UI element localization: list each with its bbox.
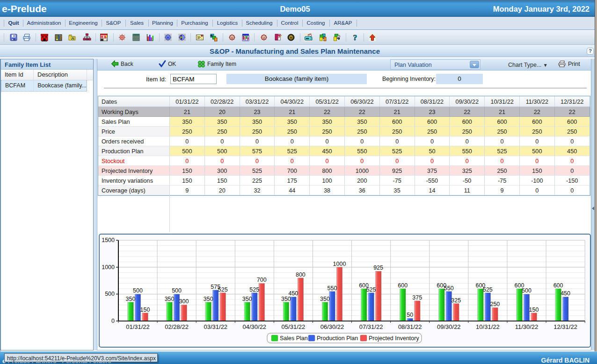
svg-text:09/30/22: 09/30/22 <box>437 323 461 330</box>
svg-text:300: 300 <box>179 298 189 305</box>
svg-text:350: 350 <box>320 296 330 302</box>
svg-text:W: W <box>290 36 293 39</box>
svg-text:375: 375 <box>412 294 422 301</box>
svg-text:550: 550 <box>328 285 337 292</box>
svg-text:500: 500 <box>172 287 182 294</box>
svg-text:250: 250 <box>490 301 500 307</box>
svg-text:500: 500 <box>133 287 143 294</box>
svg-text:Sales Plan: Sales Plan <box>280 335 308 342</box>
svg-text:U: U <box>231 36 233 40</box>
svg-text:450: 450 <box>288 290 298 297</box>
svg-text:02/28/22: 02/28/22 <box>165 323 189 330</box>
svg-text:325: 325 <box>451 297 461 304</box>
svg-text:350: 350 <box>126 296 136 302</box>
svg-text:450: 450 <box>561 290 570 297</box>
svg-text:1000: 1000 <box>102 264 115 271</box>
svg-text:06/30/22: 06/30/22 <box>320 323 344 330</box>
svg-text:01/31/22: 01/31/22 <box>126 323 150 330</box>
svg-text:P: P <box>180 36 182 39</box>
svg-text:350: 350 <box>165 296 175 302</box>
svg-text:04/30/22: 04/30/22 <box>242 323 266 330</box>
svg-text:Production Plan: Production Plan <box>317 335 358 342</box>
svg-text:05/31/22: 05/31/22 <box>282 323 306 330</box>
svg-text:525: 525 <box>249 286 259 293</box>
svg-text:525: 525 <box>218 286 228 293</box>
svg-text:50: 50 <box>407 312 413 318</box>
svg-text:800: 800 <box>296 271 306 278</box>
svg-text:0: 0 <box>111 318 115 324</box>
svg-text:M: M <box>167 36 169 39</box>
svg-text:525: 525 <box>483 286 493 293</box>
svg-text:12/31/22: 12/31/22 <box>553 323 577 330</box>
svg-text:A: A <box>71 36 74 41</box>
svg-text:925: 925 <box>373 264 383 271</box>
svg-text:150: 150 <box>140 307 150 313</box>
svg-text:500: 500 <box>105 291 115 297</box>
svg-text:U: U <box>262 36 265 40</box>
svg-text:550: 550 <box>444 285 454 292</box>
svg-text:500: 500 <box>522 287 531 294</box>
svg-text:525: 525 <box>366 286 376 293</box>
svg-text:11/30/22: 11/30/22 <box>515 323 539 330</box>
svg-text:350: 350 <box>204 296 213 302</box>
svg-text:07/31/22: 07/31/22 <box>359 323 383 330</box>
svg-text:150: 150 <box>529 307 539 313</box>
svg-text:350: 350 <box>242 296 252 302</box>
svg-text:03/31/22: 03/31/22 <box>204 323 227 330</box>
svg-text:600: 600 <box>398 282 408 289</box>
svg-text:08/31/22: 08/31/22 <box>398 323 422 330</box>
svg-text:?: ? <box>353 33 357 42</box>
svg-text:600: 600 <box>553 282 563 289</box>
svg-text:10/31/22: 10/31/22 <box>476 323 500 330</box>
svg-text:700: 700 <box>257 277 267 283</box>
svg-text:Projected Inventory: Projected Inventory <box>369 335 419 342</box>
svg-text:1000: 1000 <box>333 261 346 267</box>
svg-text:1500: 1500 <box>102 237 115 243</box>
